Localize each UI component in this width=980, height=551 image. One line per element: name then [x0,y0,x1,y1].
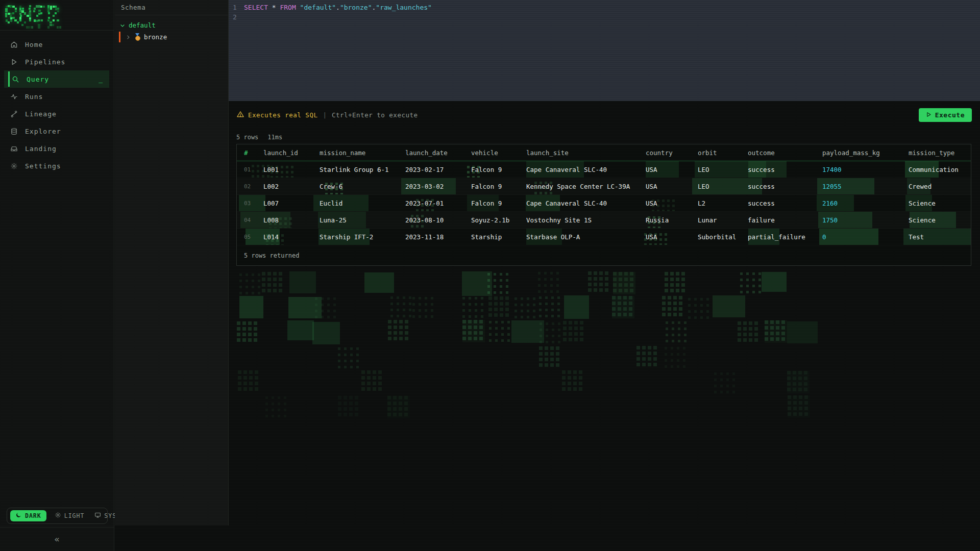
cell-mission_type: Test [901,233,971,241]
database-icon [10,127,18,135]
sidebar-item-label: Landing [25,145,57,153]
pixel-tile-decoration [636,346,659,368]
results-meta: 5 rows 11ms [236,131,971,144]
pixel-tile-decoration [612,296,634,318]
cell-launch_date: 2023-03-02 [398,183,464,190]
sidebar-item-query[interactable]: Query_ [4,70,109,88]
dot-grid-decoration [666,321,668,324]
sidebar-item-pipelines[interactable]: Pipelines [0,53,114,70]
monitor-icon [94,512,101,520]
pixel-tile-decoration [314,296,336,319]
pixel-tile-decoration [765,320,787,343]
pixel-tile-decoration [462,320,485,342]
sidebar-collapse-button[interactable]: « [54,534,59,544]
table-row[interactable]: 02L002Crew-62023-03-02Falcon 9Kennedy Sp… [237,178,971,195]
cell-orbit: Suborbital [691,233,741,241]
dot-grid-decoration [238,370,241,374]
sidebar-item-home[interactable]: Home [0,36,114,53]
cell-payload_mass_kg: 12055 [815,183,901,190]
sql-warning: Executes real SQL [237,111,317,119]
sidebar-item-label: Explorer [25,128,61,135]
pixel-tile-decoration [537,271,559,293]
editor-toolbar: Executes real SQL | Ctrl+Enter to execut… [229,101,980,129]
dot-grid-decoration [514,297,517,300]
code-line[interactable]: 2 [229,12,980,22]
row-number: 03 [237,200,256,207]
results-section: 5 rows 11ms #launch_idmission_namelaunch… [236,131,971,266]
branch-icon [10,110,18,118]
code-line[interactable]: 1SELECT * FROM "default"."bronze"."raw_l… [229,3,980,12]
pixel-tile-decoration [237,321,259,344]
cell-vehicle: Falcon 9 [464,183,519,190]
theme-dark-button[interactable]: DARK [10,510,46,521]
sidebar-footer: DARK LIGHT SYS « [0,508,114,551]
cell-vehicle: Starship [464,233,519,241]
cell-mission_name: Euclid [312,199,398,207]
pixel-tile-decoration [389,295,412,318]
search-icon [12,75,20,83]
table-row[interactable]: 04L008Luna-252023-08-10Soyuz-2.1bVostoch… [237,212,971,229]
dot-grid-decoration [338,347,340,350]
sql-code-area[interactable]: 1SELECT * FROM "default"."bronze"."raw_l… [229,0,980,22]
sidebar-item-landing[interactable]: Landing [0,140,114,157]
theme-light-button[interactable]: LIGHT [53,510,87,521]
cell-mission_name: Starlink Group 6-1 [312,166,398,173]
sidebar-item-explorer[interactable]: Explorer [0,122,114,140]
schema-tree: default bronze [115,15,228,43]
table-row[interactable]: 01L001Starlink Group 6-12023-02-17Falcon… [237,161,971,178]
pixel-tile-decoration [338,396,360,418]
dot-grid-decoration [636,346,640,349]
pixel-tile-decoration [538,321,561,344]
pixel-tile-decoration [337,346,359,369]
pixel-tile-decoration [563,321,585,343]
dot-grid-decoration [688,298,691,300]
cell-launch_date: 2023-11-18 [398,233,464,241]
pixel-tile-decoration [664,346,686,368]
pixel-tile-decoration [488,320,510,342]
dot-grid-decoration [390,296,393,299]
schema-panel: Schema default bronze [115,0,229,525]
column-header-vehicle: vehicle [464,149,519,157]
execute-button[interactable]: Execute [919,108,972,122]
cell-mission_type: Crewed [901,183,971,190]
pixel-tile-decoration [588,271,610,294]
table-row[interactable]: 05L014Starship IFT-22023-11-18StarshipSt… [237,229,971,245]
pixel-tile-decoration [238,272,261,295]
cell-payload_mass_kg: 0 [815,233,901,241]
column-header-num: # [237,149,256,157]
line-number: 1 [229,3,244,12]
dot-grid-decoration [538,272,541,274]
sidebar-item-runs[interactable]: Runs [0,88,114,105]
dot-grid-decoration [387,396,391,399]
home-icon [10,40,18,48]
pixel-tile-decoration [388,320,410,342]
row-number: 05 [237,234,256,240]
sidebar: HomePipelinesQuery_RunsLineageExplorerLa… [0,0,114,551]
sql-editor[interactable]: 1SELECT * FROM "default"."bronze"."raw_l… [229,0,980,101]
pixel-tile-decoration [488,296,511,319]
pixel-tile-decoration [513,296,536,319]
cell-country: Russia [639,216,691,224]
tree-item-bronze-label: bronze [144,33,167,41]
cell-country: USA [639,199,691,207]
sidebar-item-lineage[interactable]: Lineage [0,105,114,122]
sidebar-item-label: Home [25,41,43,48]
sidebar-item-settings[interactable]: Settings [0,157,114,174]
column-header-outcome: outcome [741,149,815,157]
pixel-tile-decoration [312,322,340,344]
pixel-tile-decoration [262,272,284,294]
dot-grid-decoration [613,272,617,276]
tree-item-bronze[interactable]: bronze [115,31,228,43]
pixel-tile-decoration [787,321,818,343]
pixel-tile-decoration [613,272,635,294]
dot-grid-decoration [265,396,268,399]
cell-launch_id: L007 [256,199,312,207]
theme-toggle: DARK LIGHT SYS [7,508,108,524]
column-header-launch_id: launch_id [256,149,312,157]
pixel-tile-decoration [289,271,316,293]
cell-vehicle: Falcon 9 [464,166,519,173]
table-row[interactable]: 03L007Euclid2023-07-01Falcon 9Cape Canav… [237,195,971,212]
dot-grid-decoration [488,296,492,300]
dot-grid-decoration [612,296,616,299]
tree-item-default[interactable]: default [115,19,228,31]
